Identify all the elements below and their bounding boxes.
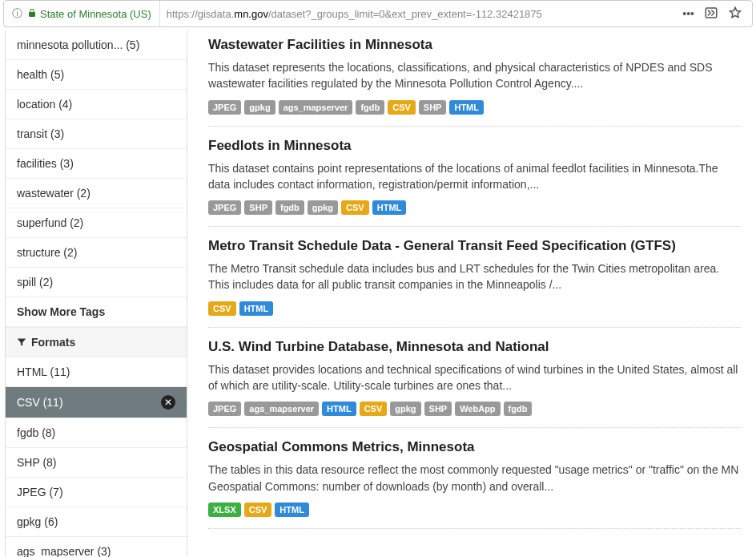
sidebar: minnesota pollution... (5)health (5)loca… [5, 30, 187, 557]
result-title[interactable]: Metro Transit Schedule Data - General Tr… [208, 238, 742, 254]
browser-address-bar: ⓘ State of Minnesota (US) https://gisdat… [3, 0, 753, 27]
result-item: Geospatial Commons Metrics, MinnesotaThe… [208, 428, 742, 529]
lock-icon [27, 8, 37, 20]
page-body: minnesota pollution... (5)health (5)loca… [0, 30, 756, 557]
result-title[interactable]: Geospatial Commons Metrics, Minnesota [208, 439, 742, 455]
tag-item[interactable]: minnesota pollution... (5) [6, 30, 187, 60]
result-title[interactable]: Feedlots in Minnesota [208, 138, 742, 154]
url-input[interactable]: https://gisdata.mn.gov/dataset?_groups_l… [160, 8, 674, 20]
format-badge[interactable]: SHP [419, 100, 447, 115]
format-badge[interactable]: HTML [449, 100, 484, 115]
result-description: This dataset represents the locations, c… [208, 59, 742, 92]
tag-item[interactable]: location (4) [6, 90, 187, 119]
format-badge[interactable]: WebApp [455, 402, 500, 416]
format-badge[interactable]: HTML [372, 200, 407, 215]
format-badge[interactable]: fgdb [504, 402, 533, 416]
format-badge[interactable]: XLSX [208, 503, 241, 517]
reader-icon[interactable] [704, 6, 718, 22]
result-description: This dataset contains point representati… [208, 160, 742, 193]
format-badge[interactable]: CSV [208, 301, 236, 316]
format-badge[interactable]: HTML [239, 301, 274, 316]
tag-item[interactable]: superfund (2) [6, 208, 187, 238]
format-badge[interactable]: JPEG [208, 100, 241, 115]
tag-item[interactable]: spill (2) [6, 268, 187, 297]
tag-item[interactable]: wastewater (2) [6, 179, 187, 208]
format-label: CSV (11) [17, 396, 63, 409]
browser-actions: ••• [673, 6, 752, 22]
badge-row: XLSXCSVHTML [208, 503, 742, 517]
format-item[interactable]: fgdb (8) [6, 418, 187, 448]
format-badge[interactable]: gpkg [308, 200, 338, 215]
format-item[interactable]: HTML (11) [6, 357, 187, 387]
result-description: This dataset provides locations and tech… [208, 361, 742, 394]
formats-header[interactable]: Formats [6, 327, 187, 357]
result-item: Feedlots in MinnesotaThis dataset contai… [208, 127, 742, 228]
format-badge[interactable]: fgdb [356, 100, 384, 115]
format-badge[interactable]: CSV [244, 503, 272, 517]
tag-item[interactable]: structure (2) [6, 238, 187, 268]
format-badge[interactable]: ags_mapserver [244, 402, 319, 416]
badge-row: CSVHTML [208, 301, 742, 316]
badge-row: JPEGgpkgags_mapserverfgdbCSVSHPHTML [208, 100, 742, 115]
result-item: Metro Transit Schedule Data - General Tr… [208, 227, 742, 328]
tag-item[interactable]: facilities (3) [6, 149, 187, 179]
format-badge[interactable]: CSV [388, 100, 416, 115]
format-badge[interactable]: gpkg [244, 100, 275, 115]
site-identity[interactable]: ⓘ State of Minnesota (US) [4, 1, 160, 26]
filter-icon [17, 337, 26, 347]
show-more-tags[interactable]: Show More Tags [6, 297, 187, 327]
format-badge[interactable]: HTML [275, 503, 309, 517]
format-badge[interactable]: HTML [322, 402, 356, 416]
result-item: Wastewater Facilities in MinnesotaThis d… [208, 30, 742, 127]
result-title[interactable]: U.S. Wind Turbine Database, Minnesota an… [208, 339, 742, 355]
identity-text: State of Minnesota (US) [40, 8, 151, 20]
tag-list: minnesota pollution... (5)health (5)loca… [6, 30, 187, 327]
format-badge[interactable]: gpkg [390, 402, 420, 416]
format-list: HTML (11)CSV (11)✕fgdb (8)SHP (8)JPEG (7… [6, 357, 187, 557]
tag-item[interactable]: health (5) [6, 60, 187, 90]
format-badge[interactable]: ags_mapserver [279, 100, 353, 115]
badge-row: JPEGags_mapserverHTMLCSVgpkgSHPWebAppfgd… [208, 402, 742, 416]
result-item: U.S. Wind Turbine Database, Minnesota an… [208, 328, 742, 429]
format-badge[interactable]: fgdb [275, 200, 304, 215]
format-badge[interactable]: CSV [360, 402, 388, 416]
format-badge[interactable]: SHP [244, 200, 272, 215]
results-area: Wastewater Facilities in MinnesotaThis d… [187, 30, 756, 557]
format-badge[interactable]: CSV [341, 200, 369, 215]
format-badge[interactable]: JPEG [208, 200, 241, 215]
info-icon: ⓘ [12, 6, 22, 21]
format-badge[interactable]: SHP [424, 402, 452, 416]
tag-item[interactable]: transit (3) [6, 119, 187, 149]
page-actions-icon[interactable]: ••• [682, 7, 694, 20]
format-badge[interactable]: JPEG [208, 402, 241, 416]
result-description: The Metro Transit schedule data includes… [208, 260, 742, 293]
result-description: The tables in this data resource reflect… [208, 462, 742, 494]
format-item[interactable]: ags_mapserver (3) [6, 537, 187, 557]
format-item[interactable]: gpkg (6) [6, 507, 187, 537]
badge-row: JPEGSHPfgdbgpkgCSVHTML [208, 200, 742, 215]
remove-filter-icon[interactable]: ✕ [161, 395, 175, 410]
bookmark-star-icon[interactable] [728, 6, 742, 22]
format-item[interactable]: SHP (8) [6, 448, 187, 478]
format-item[interactable]: CSV (11)✕ [6, 387, 187, 418]
result-title[interactable]: Wastewater Facilities in Minnesota [208, 37, 742, 53]
format-item[interactable]: JPEG (7) [6, 478, 187, 507]
